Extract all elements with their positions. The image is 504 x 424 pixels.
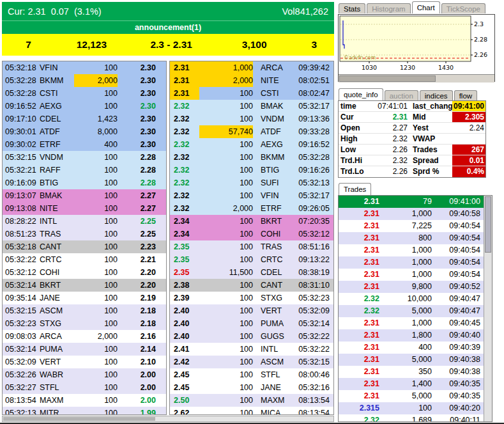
ask-row[interactable]: 2.45100JANE05:32:16 (170, 381, 333, 394)
bid-row[interactable]: 09:35:14JANE1002.19 (3, 292, 166, 304)
trades-tab-bar: Trades (339, 183, 503, 195)
trades-scrollbar-thumb[interactable] (485, 196, 491, 253)
ask-row[interactable]: 2.32100AEXG09:16:52 (170, 138, 333, 151)
quote-label: time (339, 101, 370, 111)
ask-time: 08:31:10 (294, 279, 333, 292)
ask-size: 100 (199, 368, 253, 381)
ask-row[interactable]: 2.62100MICA08:13:54 (170, 407, 333, 415)
ask-row[interactable]: 2.39100STXG05:32:23 (170, 292, 333, 304)
ask-mmid: ARCA (253, 61, 294, 74)
ask-mmid: SUFI (253, 177, 294, 189)
bid-row[interactable]: 05:32:13MITR1001.99 (3, 407, 166, 415)
bid-row[interactable]: 09:17:10CDEL1,4232.30 (3, 113, 166, 125)
ask-price: 2.39 (170, 292, 199, 304)
price-chart: 2.3 2.28 2.26 1030 1230 1430 ©advfn.com (338, 14, 495, 82)
bid-row[interactable]: 05:32:15VNDM1002.28 (3, 151, 166, 164)
quote-label: Cur (339, 112, 370, 122)
tab-chart[interactable]: Chart (412, 1, 440, 13)
bid-row[interactable]: 08:51:23TRAS1002.25 (3, 228, 166, 240)
tab-trades[interactable]: Trades (339, 183, 371, 195)
bid-row[interactable]: 05:32:15ASCM1002.18 (3, 304, 166, 317)
ask-row[interactable]: 2.42100ASCM05:32:15 (170, 356, 333, 368)
ask-time: 05:32:09 (294, 304, 333, 317)
ask-size: 100 (199, 394, 253, 407)
montage-horizontal-scrollbar[interactable] (2, 416, 334, 422)
ask-row[interactable]: 2.45100STFL08:00:46 (170, 368, 333, 381)
ask-row[interactable]: 2.40100VERT05:32:09 (170, 304, 333, 317)
bid-row[interactable]: 05:32:27STFL1002.00 (3, 381, 166, 394)
bid-row[interactable]: 09:13:08NITE1002.27 (3, 202, 166, 215)
ask-row[interactable]: 2.32100BMAK05:32:17 (170, 100, 333, 113)
y-axis-label: 2.26 (474, 51, 487, 58)
tab-indices[interactable]: indices (420, 90, 453, 100)
ask-row[interactable]: 2.32100VNDM09:13:36 (170, 113, 333, 125)
ask-row[interactable]: 2.31100CSTI08:02:47 (170, 87, 333, 100)
ask-row[interactable]: 2.38100CANT08:31:10 (170, 279, 333, 292)
ask-row[interactable]: 2.35100TRAS08:51:16 (170, 240, 333, 253)
trade-price: 2.31 (339, 390, 379, 402)
tab-histogram[interactable]: Histogram (367, 3, 410, 13)
ask-time: 05:32:13 (294, 177, 333, 189)
tab-auction[interactable]: auction (385, 90, 418, 100)
bid-row[interactable]: 05:32:26WABR1002.00 (3, 368, 166, 381)
bid-row[interactable]: 05:32:22CRTC1002.21 (3, 253, 166, 266)
ask-row[interactable]: 2.34100COHI05:32:12 (170, 228, 333, 240)
tab-flow[interactable]: flow (454, 90, 477, 100)
ask-size: 2,000 (199, 74, 253, 87)
ask-price: 2.32 (170, 138, 199, 151)
ask-row[interactable]: 2.32100BKMM05:32:28 (170, 151, 333, 164)
bid-row[interactable]: 09:30:02ETRF4002.30 (3, 138, 166, 151)
volume-text: Vol841,262 (282, 6, 328, 17)
bid-row[interactable]: 05:32:14PUMA1002.14 (3, 343, 166, 356)
ask-mmid: TRAS (253, 240, 294, 253)
bid-row[interactable]: 08:28:22INTL1002.25 (3, 215, 166, 228)
ask-row[interactable]: 2.50100MAXM08:13:54 (170, 394, 333, 407)
ask-row[interactable]: 2.32100SUFI05:32:13 (170, 177, 333, 189)
ask-row[interactable]: 2.312,000NITE08:02:51 (170, 74, 333, 87)
bid-row[interactable]: 05:32:18CANT1002.23 (3, 240, 166, 253)
bid-row[interactable]: 09:16:09BTIG1002.28 (3, 177, 166, 189)
tab-stats[interactable]: Stats (339, 3, 365, 13)
trade-price: 2.31 (339, 366, 379, 378)
bid-row[interactable]: 08:13:54MAXM1002.00 (3, 394, 166, 407)
bid-row[interactable]: 09:30:01ATDF8,0002.30 (3, 125, 166, 138)
bid-row[interactable]: 05:32:18VFIN1002.30 (3, 61, 166, 74)
ask-row[interactable]: 2.34100BKRT07:20:35 (170, 215, 333, 228)
chart-scrollbar-thumb[interactable] (339, 75, 436, 82)
trades-panel: 2.317909:41:002.311,00009:40:582.317,225… (338, 195, 493, 422)
bid-row[interactable]: 09:13:07BMAK1002.27 (3, 189, 166, 202)
tab-tickscope[interactable]: TickScope (441, 3, 485, 13)
ask-row[interactable]: 2.322,000ETRF09:26:05 (170, 202, 333, 215)
ask-row[interactable]: 2.311,000ARCA09:39:42 (170, 61, 333, 74)
bid-row[interactable]: 05:32:14BKRT1002.20 (3, 279, 166, 292)
bid-row[interactable]: 05:32:09VERT1002.10 (3, 356, 166, 368)
announcement-link[interactable]: announcement(1) (135, 23, 201, 32)
bid-size: 100 (74, 381, 118, 394)
announcement-bar[interactable]: announcement(1) (2, 20, 334, 34)
ask-mmid: BKRT (253, 215, 294, 228)
ask-row[interactable]: 2.3257,740ATDF09:33:28 (170, 125, 333, 138)
tab-quote-info[interactable]: quote_info (339, 88, 383, 100)
ask-row[interactable]: 2.40100GUGS05:32:22 (170, 330, 333, 343)
scrollbar-thumb[interactable] (3, 417, 155, 421)
bid-row[interactable]: 05:32:23STXG1002.18 (3, 317, 166, 330)
ask-row[interactable]: 2.41100INTL05:32:22 (170, 343, 333, 356)
bid-size: 100 (74, 253, 118, 266)
bid-size: 100 (74, 202, 118, 215)
ask-row[interactable]: 2.32100VFIN05:32:17 (170, 189, 333, 202)
bid-row[interactable]: 09:08:03ARCA2,0002.16 (3, 330, 166, 343)
ask-row[interactable]: 2.40100PUMA05:32:14 (170, 317, 333, 330)
ask-size: 100 (199, 151, 253, 164)
bid-row[interactable]: 05:32:12COHI1002.20 (3, 266, 166, 279)
bid-row[interactable]: 05:32:21RAFF1002.28 (3, 164, 166, 177)
bid-time: 08:28:22 (3, 215, 40, 228)
ask-row[interactable]: 2.3511,500CDEL08:38:19 (170, 266, 333, 279)
trades-scrollbar[interactable] (484, 196, 492, 421)
bid-row[interactable]: 05:32:28BKMM2,0002.30 (3, 74, 166, 87)
chart-scrollbar[interactable] (339, 74, 494, 82)
bid-row[interactable]: 09:16:52AEXG1002.30 (3, 100, 166, 113)
bid-row[interactable]: 05:32:28CSTI1002.30 (3, 87, 166, 100)
ask-row[interactable]: 2.35100CRTC09:13:22 (170, 253, 333, 266)
ask-row[interactable]: 2.32100BTIG09:16:26 (170, 164, 333, 177)
bid-size: 100 (74, 317, 118, 330)
